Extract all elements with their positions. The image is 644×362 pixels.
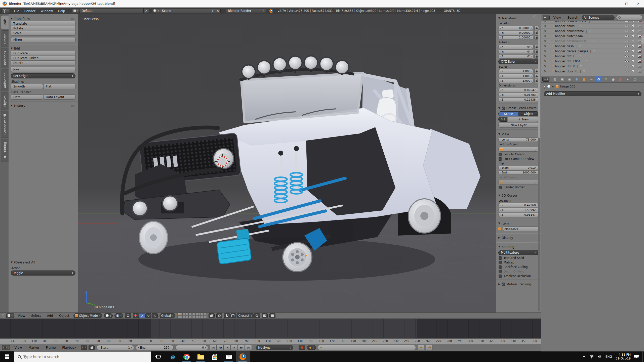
panel-header-display[interactable]: ▶ Display :::: (498, 235, 539, 240)
playback-button[interactable]: |◀ (210, 345, 217, 350)
selectability-toggle[interactable] (632, 29, 634, 33)
panel-header-3d-cursor[interactable]: ▼ 3D Cursor :::: (498, 193, 539, 198)
lock-object-field[interactable]: ╱ (498, 147, 539, 152)
tray-chevron-icon[interactable] (582, 355, 586, 358)
renderability-toggle[interactable] (638, 40, 642, 42)
number-field[interactable]: ‹End:1000.000› (498, 170, 539, 175)
selectability-toggle[interactable] (632, 24, 634, 28)
selectability-toggle[interactable] (632, 21, 634, 23)
playback-button[interactable]: ◀◀ (217, 345, 224, 350)
renderability-toggle[interactable] (638, 45, 642, 48)
editor-type-selector[interactable]: ▴▾ (2, 345, 10, 350)
language-indicator[interactable]: ENG (606, 355, 612, 358)
resize-grip[interactable] (2, 313, 5, 318)
gp-new-layer-button[interactable]: New Layer (498, 123, 539, 128)
mirror-button[interactable]: Mirror (11, 37, 75, 42)
playback-button[interactable]: ▶▶ (238, 345, 245, 350)
renderability-toggle[interactable] (638, 50, 642, 53)
checkbox[interactable] (499, 186, 502, 189)
number-field[interactable]: ‹X:0°› (498, 45, 534, 49)
keying-set-type-select[interactable]: ◆▴▾ (307, 345, 316, 350)
screen-layout-field[interactable]: Default (79, 8, 138, 13)
close-button[interactable]: ✕ (632, 0, 644, 8)
scrollbar-thumb[interactable] (641, 35, 644, 44)
tool-button[interactable]: Translate (11, 21, 75, 26)
snap-toggle[interactable] (224, 313, 230, 318)
panel-header-motion-tracking[interactable]: ▶ Motion Tracking :::: (498, 281, 539, 287)
render-engine-select[interactable]: Blender Render ▴▾ (226, 8, 266, 13)
lens-field[interactable]: ‹Lens:75.000› (498, 138, 539, 142)
object-name[interactable]: hopper_dash (555, 44, 574, 48)
grease-pencil-checkbox[interactable] (502, 107, 505, 110)
object-name[interactable]: hopper_clutchpedal (555, 34, 583, 38)
menu-item[interactable]: Render (22, 9, 38, 13)
expand-icon[interactable]: ⊕ (544, 44, 548, 48)
flat-button[interactable]: Flat (43, 84, 75, 89)
outliner-row[interactable]: ⊕ ▽ hopper_crossmember | ▽ (541, 39, 644, 44)
visibility-toggle[interactable] (625, 65, 629, 67)
toolshelf-tab[interactable]: 3D Printing (1, 139, 9, 162)
number-field[interactable]: ‹X:0.00000› (498, 26, 534, 30)
panel-header-grease-pencil[interactable]: ▼ Grease Pencil Layers (498, 105, 539, 111)
viewport-shading-select[interactable]: ▴▾ (104, 313, 113, 318)
checkbox[interactable] (499, 157, 502, 161)
visibility-toggle[interactable] (625, 25, 629, 27)
scene-icon[interactable]: ▴▾ (152, 8, 160, 13)
properties-tab[interactable]: ⚙ (595, 76, 602, 82)
start-frame-field[interactable]: ‹Start:1› (96, 345, 134, 350)
number-field[interactable]: ‹Y:0°› (498, 50, 534, 54)
toolshelf-tab[interactable]: Grease Pencil (1, 111, 9, 138)
expand-icon[interactable]: ⊕ (544, 65, 548, 68)
renderability-toggle[interactable] (638, 30, 642, 32)
tool-button[interactable]: Duplicate (11, 51, 75, 56)
maximize-button[interactable]: □ (621, 0, 632, 8)
visibility-toggle[interactable] (625, 35, 629, 37)
properties-tab[interactable]: ∗ (625, 76, 631, 82)
playback-button[interactable]: ▶ (231, 345, 238, 350)
tool-button[interactable]: Rotate (11, 26, 75, 31)
object-name[interactable]: hopper_chmsl (555, 24, 575, 28)
outliner-row[interactable]: ⊕ ▽ hopper_clutchpedal | ▽ (541, 34, 644, 39)
menu-item[interactable]: Add (46, 314, 54, 318)
properties-tab[interactable]: ■ (581, 76, 587, 82)
pivot-center-select[interactable]: ▴▾ (114, 313, 123, 318)
editor-type-selector[interactable]: ≡▴▾ (542, 77, 549, 82)
visibility-toggle[interactable] (625, 45, 629, 47)
checkbox[interactable] (499, 261, 502, 264)
selectability-toggle[interactable] (632, 50, 634, 53)
number-field[interactable]: ‹Z:0.91147› (498, 213, 539, 217)
renderability-toggle[interactable] (638, 25, 642, 27)
editor-type-selector[interactable]: ▴▾ (6, 313, 14, 318)
shading-mode-select[interactable]: Multitexture ▴▾ (498, 250, 539, 255)
object-name[interactable]: hopper_decals_gauges (555, 50, 588, 53)
outliner-search-field[interactable] (616, 15, 642, 20)
file-explorer-button[interactable] (193, 351, 208, 362)
playback-button[interactable]: ◀ (224, 345, 231, 350)
panel-header-history[interactable]: ▶ History :::: (11, 103, 75, 108)
number-field[interactable]: ‹X:1.000› (498, 69, 534, 73)
outliner-row[interactable]: ⊕ ▽ hopper_dash | ▽ (541, 44, 644, 49)
selectability-toggle[interactable] (632, 55, 634, 58)
number-field[interactable]: ‹Z:1.000› (498, 79, 534, 83)
mode-select[interactable]: Object Mode ▴▾ (73, 313, 102, 318)
playback-button[interactable]: ▶| (245, 345, 252, 350)
action-select[interactable]: Toggle ▴▾ (11, 270, 75, 276)
toolshelf-tab[interactable]: Relations (1, 48, 9, 68)
delete-scene-button[interactable]: ✕ (215, 8, 221, 13)
number-field[interactable]: ‹Y:0.01783› (498, 93, 539, 97)
visibility-toggle[interactable] (625, 40, 629, 42)
orientation-select[interactable]: Global ▴▾ (159, 313, 175, 318)
expand-icon[interactable]: ⊕ (544, 29, 548, 33)
smooth-button[interactable]: Smooth (11, 84, 43, 89)
manipulator-scale[interactable]: ↘ (152, 313, 158, 318)
add-layout-button[interactable]: + (138, 8, 144, 13)
timeline-scrub-area[interactable] (0, 319, 541, 338)
selectability-toggle[interactable] (632, 60, 634, 63)
outliner-row[interactable]: ⊕ ▽ hopper_decals_gauges | ▽ (541, 49, 644, 54)
opengl-render-animation[interactable] (269, 313, 275, 318)
render-border-row[interactable]: Render Border (499, 186, 539, 189)
properties-tab[interactable]: ▦ (617, 76, 624, 82)
number-field[interactable]: ‹Y:-1.53992› (498, 208, 539, 212)
visibility-toggle[interactable] (625, 55, 629, 57)
volume-icon[interactable] (597, 355, 602, 358)
